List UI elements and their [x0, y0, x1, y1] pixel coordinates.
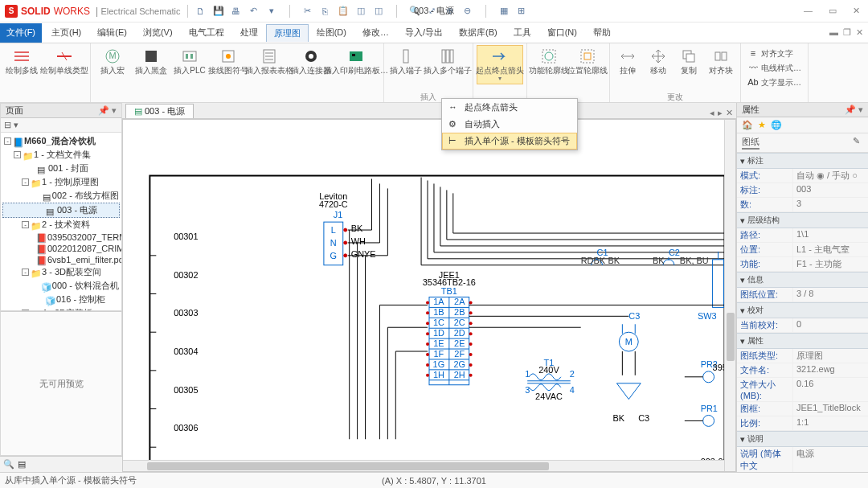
tree-item[interactable]: 🧊016 - 控制柜 — [2, 293, 120, 306]
panel-pin-icon[interactable]: 📌 — [98, 105, 109, 116]
prop-category[interactable]: ▾属性 — [737, 333, 868, 349]
home-icon[interactable]: 🏠 — [742, 120, 753, 130]
menu-modify[interactable]: 修改… — [354, 23, 397, 42]
tab-next-icon[interactable]: ▸ — [718, 108, 723, 118]
menu-process[interactable]: 处理 — [232, 23, 266, 42]
insert-terminal-button[interactable]: 插入端子 — [387, 45, 424, 77]
menu-help[interactable]: 帮助 — [585, 23, 619, 42]
doc-tab-active[interactable]: ▤003 - 电源 — [125, 104, 194, 118]
horizontal-scrollbar[interactable] — [123, 460, 724, 471]
copy-button[interactable]: 复制 — [674, 45, 703, 77]
tree-item[interactable]: -📁2 - 技术资料 — [2, 218, 120, 232]
prop-row[interactable]: 模式:自动 ◉ / 手动 ○ — [737, 169, 868, 183]
insert-wireicon-button[interactable]: 接线图符号 — [210, 45, 247, 77]
prop-category[interactable]: ▾说明 — [737, 431, 868, 447]
insert-report-button[interactable]: 插入报表表格 — [248, 45, 290, 77]
insert-plc-button[interactable]: 插入PLC — [171, 45, 208, 77]
text-display-button[interactable]: Ab文字显示… — [744, 75, 805, 89]
prop-row[interactable]: 路径:1\1 — [737, 228, 868, 243]
function-outline-button[interactable]: 功能轮廓线 — [530, 45, 567, 77]
prop-row[interactable]: 图框:JEE1_TitleBlock — [737, 402, 868, 416]
menu-draw[interactable]: 绘图(D) — [309, 23, 354, 42]
wire-style-button[interactable]: 〰电线样式… — [744, 60, 805, 75]
panel-close-icon[interactable]: ▾ — [112, 105, 117, 116]
snap-icon[interactable]: ⊞ — [515, 5, 528, 18]
tree-item[interactable]: +📁4 - 2D安装板 — [2, 306, 120, 310]
insert-blackbox-button[interactable]: 插入黑盒 — [133, 45, 170, 77]
menu-view[interactable]: 浏览(V) — [135, 23, 181, 42]
menu-import[interactable]: 导入/导出 — [397, 23, 451, 42]
location-outline-button[interactable]: 位置轮廓线 — [569, 45, 606, 77]
tree-item[interactable]: -📁3 - 3D配装空间 — [2, 265, 120, 279]
paste-icon[interactable]: 📋 — [337, 5, 350, 18]
prop-row[interactable]: 图纸位置:3 / 8 — [737, 288, 868, 302]
move-button[interactable]: 移动 — [644, 45, 673, 77]
mdi-restore-icon[interactable]: ❐ — [843, 27, 851, 38]
dd-auto-insert[interactable]: ⚙自动插入 — [442, 116, 577, 133]
tree-item[interactable]: 📕6vsb1_emi_filter.pdf — [2, 254, 120, 265]
prop-row[interactable]: 功能:F1 - 主功能 — [737, 257, 868, 272]
minimize-icon[interactable]: — — [800, 4, 816, 18]
menu-edit[interactable]: 编辑(E) — [89, 23, 135, 42]
qat-icon-4[interactable]: ◫ — [354, 5, 367, 18]
collapse-all-icon[interactable]: ⊟ ▾ — [4, 120, 18, 129]
insert-macro-button[interactable]: M插入宏 — [94, 45, 131, 77]
props-pin-icon[interactable]: 📌 — [845, 105, 856, 115]
props-menu-icon[interactable]: ▾ — [858, 105, 863, 115]
prop-tab-drawing[interactable]: 图纸 — [742, 136, 760, 150]
toggle-grid-icon[interactable]: ▦ — [497, 5, 510, 18]
prop-row[interactable]: 当前校对:0 — [737, 318, 868, 333]
menu-home[interactable]: 主页(H) — [43, 23, 89, 42]
print-icon[interactable]: 🖶 — [230, 5, 243, 18]
mdi-close-icon[interactable]: ✕ — [856, 27, 863, 38]
maximize-icon[interactable]: ▭ — [825, 4, 840, 18]
tree-root[interactable]: -📘M660_混合冷饮机 — [2, 134, 120, 148]
search-tool-icon[interactable]: 🔍 — [3, 459, 14, 470]
redo-icon[interactable]: ▾ — [265, 5, 278, 18]
filter-tool-icon[interactable]: ▤ — [18, 459, 26, 470]
menu-file[interactable]: 文件(F) — [0, 23, 42, 43]
qat-icon-5[interactable]: ◫ — [372, 5, 385, 18]
prop-row[interactable]: 比例:1:1 — [737, 416, 868, 431]
project-tree[interactable]: -📘M660_混合冷饮机 -📁1 - 文档文件集▤001 - 封面-📁1 - 控… — [1, 133, 121, 310]
dd-origin-arrow[interactable]: ↔起点终点箭头 — [442, 99, 577, 116]
prop-row[interactable]: 数:3 — [737, 198, 868, 212]
prop-row[interactable]: 文件名:3212.ewg — [737, 363, 868, 378]
star-icon[interactable]: ★ — [758, 120, 766, 130]
draw-singlewire-button[interactable]: 绘制单线类型 — [42, 45, 87, 77]
close-icon[interactable]: ✕ — [850, 4, 863, 18]
dd-insert-single-source[interactable]: ⊢插入单个源 - 模板箭头符号 — [442, 133, 577, 150]
globe-icon[interactable]: 🌐 — [771, 120, 782, 130]
prop-category[interactable]: ▾信息 — [737, 272, 868, 288]
insert-multiterminal-button[interactable]: 插入多个端子 — [426, 45, 469, 77]
menu-schematic[interactable]: 原理图 — [266, 24, 309, 42]
menu-electrical[interactable]: 电气工程 — [181, 23, 232, 42]
insert-pcb-button[interactable]: 插入印刷电路板… — [332, 45, 380, 77]
menu-tools[interactable]: 工具 — [506, 23, 539, 42]
tree-item[interactable]: ▤003 - 电源 — [2, 203, 120, 218]
tree-item[interactable]: 📕0022012087_CRIMP_H — [2, 243, 120, 254]
align-text-button[interactable]: ≡对齐文字 — [744, 46, 805, 60]
tree-item[interactable]: -📁1 - 文档文件集 — [2, 148, 120, 162]
prop-row[interactable]: 文件大小 (MB):0.16 — [737, 378, 868, 402]
mdi-minimize-icon[interactable]: ▬ — [829, 27, 838, 38]
prop-row[interactable]: 位置:L1 - 主电气室 — [737, 243, 868, 257]
draw-multiwire-button[interactable]: 绘制多线 — [3, 45, 40, 77]
prop-row[interactable]: 说明 (简体中文电源 — [737, 447, 868, 472]
tree-item[interactable]: -📁1 - 控制原理图 — [2, 175, 120, 189]
new-icon[interactable]: 🗋 — [194, 5, 207, 18]
origin-arrow-button[interactable]: 起点终点箭头▾ — [477, 45, 523, 84]
tab-prev-icon[interactable]: ◂ — [710, 108, 714, 118]
prop-category[interactable]: ▾标注 — [737, 153, 868, 169]
cut-icon[interactable]: ✂ — [301, 5, 314, 18]
tree-item[interactable]: 🧊000 - 饮料混合机 — [2, 279, 120, 293]
prop-category[interactable]: ▾层级结构 — [737, 212, 868, 228]
tree-item[interactable]: 📕0395032007_TERMINA — [2, 232, 120, 243]
undo-icon[interactable]: ↶ — [248, 5, 260, 18]
prop-category[interactable]: ▾校对 — [737, 302, 868, 318]
schematic-canvas[interactable]: 00301003020030300304003050030600307 Levi… — [122, 119, 736, 472]
props-body[interactable]: ▾标注模式:自动 ◉ / 手动 ○标注:003数:3▾层级结构路径:1\1位置:… — [737, 153, 868, 472]
edit-pencil-icon[interactable]: ✎ — [853, 136, 863, 150]
vertical-scrollbar[interactable] — [724, 120, 735, 471]
copy-icon[interactable]: ⎘ — [319, 5, 332, 18]
